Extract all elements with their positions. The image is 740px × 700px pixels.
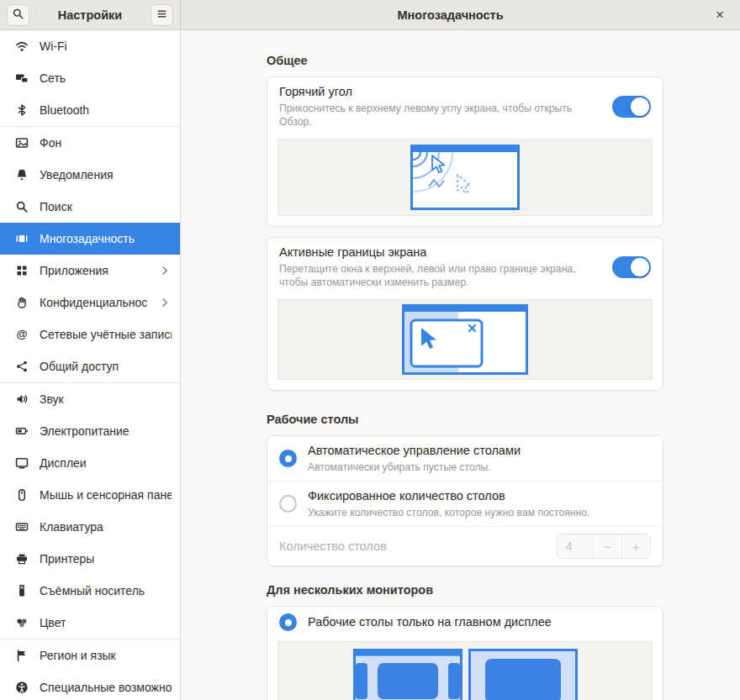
sidebar-item-mouse[interactable]: Мышь и сенсорная панель [0,479,180,511]
secondary-monitor-graphic [468,649,578,700]
chevron-right-icon [158,296,172,309]
apps-grid-icon [15,264,29,277]
at-icon: @ [15,328,29,341]
sidebar-item-keyboard[interactable]: Клавиатура [0,511,180,543]
sidebar-item-sound[interactable]: Звук [0,383,180,415]
sidebar-item-removable-media[interactable]: Съёмный носитель [0,575,180,607]
battery-icon [15,424,29,438]
chevron-right-icon [158,264,172,277]
primary-menu-button[interactable] [151,4,173,26]
sidebar-item-region-language[interactable]: Регион и язык [0,639,180,671]
sidebar-item-label: Звук [40,392,64,406]
picture-icon [15,136,29,150]
sidebar-header: Настройки [0,0,181,29]
sidebar-item-printers[interactable]: Принтеры [0,543,180,575]
magnifier-icon [15,200,29,213]
hot-corner-subtitle: Прикоснитесь к верхнему левому углу экра… [279,102,600,129]
fixed-workspaces-radio[interactable] [279,495,297,513]
color-circles-icon [15,616,29,629]
active-edges-card: Активные границы экрана Перетащите окна … [267,237,663,391]
sidebar-item-label: Wi-Fi [40,39,67,53]
multi-monitor-illustration [278,641,653,700]
hand-icon [15,296,29,309]
mouse-icon [15,488,29,502]
auto-workspaces-title: Автоматическое управление столами [308,443,639,459]
sidebar-item-search[interactable]: Поиск [0,191,180,223]
primary-display-option[interactable]: Рабочие столы только на главном дисплее [267,607,663,638]
sidebar-item-privacy[interactable]: Конфиденциальность [0,287,180,318]
workspace-count-spinner: 4 − + [557,534,651,559]
primary-monitor-graphic [353,649,462,700]
sidebar-item-applications[interactable]: Приложения [0,255,180,287]
sidebar-item-bluetooth[interactable]: Bluetooth [0,94,180,126]
accessibility-icon [15,681,29,694]
sidebar-item-label: Фон [40,136,61,150]
sidebar-item-label: Дисплеи [40,456,87,470]
sidebar-item-label: Электропитание [40,424,130,438]
multitasking-page: Общее Горячий угол Прикоснитесь к верхне… [181,30,740,700]
sidebar-item-accessibility[interactable]: Специальные возможности [0,671,180,700]
page-header: Многозадачность × [181,0,740,29]
sidebar-item-online-accounts[interactable]: @Сетевые учётные записи [0,318,180,350]
hot-corner-monitor-graphic [410,145,520,210]
sidebar-item-label: Конфиденциальность [40,296,147,309]
sidebar-item-label: Сетевые учётные записи [40,328,172,341]
primary-display-radio[interactable] [279,613,297,631]
flag-icon [15,649,29,662]
sidebar-item-displays[interactable]: Дисплеи [0,447,180,479]
close-icon[interactable]: × [710,5,730,25]
sidebar-item-notifications[interactable]: Уведомления [0,159,180,191]
section-title-workspaces: Рабочие столы [267,413,663,426]
sidebar-item-label: Цвет [40,616,66,629]
sidebar-item-label: Уведомления [40,168,114,182]
svg-text:@: @ [16,328,27,340]
display-icon [15,456,29,470]
auto-workspaces-option[interactable]: Автоматическое управление столами Автома… [267,436,663,481]
header-bar: Настройки Многозадачность × [0,0,740,30]
hamburger-icon [156,8,168,23]
decrement-button[interactable]: − [593,534,621,558]
page-title: Многозадачность [191,8,710,22]
bluetooth-icon [15,103,29,117]
fixed-workspaces-subtitle: Укажите количество столов, которое нужно… [308,506,639,519]
settings-window-title: Настройки [29,8,151,22]
auto-workspaces-radio[interactable] [279,450,297,467]
active-edges-illustration [278,299,653,380]
hot-corner-title: Горячий угол [279,84,600,100]
section-title-monitors: Для нескольких мониторов [267,583,663,597]
sidebar-item-background[interactable]: Фон [0,127,180,159]
sidebar-item-label: Съёмный носитель [40,584,145,597]
monitors-card: Рабочие столы только на главном дисплее [267,606,663,700]
increment-button[interactable]: + [621,534,650,558]
workspaces-card: Автоматическое управление столами Автома… [267,435,663,566]
wifi-icon [15,39,29,53]
sidebar-item-label: Клавиатура [40,520,103,534]
workspace-count-row: Количество столов 4 − + [267,527,663,566]
hot-corner-card: Горячий угол Прикоснитесь к верхнему лев… [267,76,663,227]
sidebar-item-label: Многозадачность [40,232,135,245]
sidebar-item-color[interactable]: Цвет [0,607,180,639]
bell-icon [15,168,29,182]
sidebar-item-power[interactable]: Электропитание [0,415,180,447]
network-icon [15,71,29,85]
sidebar-item-multitasking[interactable]: Многозадачность [0,223,180,255]
sidebar-item-label: Мышь и сенсорная панель [40,488,172,502]
active-edges-row: Активные границы экрана Перетащите окна … [267,238,663,296]
multitasking-icon [15,232,29,245]
sidebar-item-label: Общий доступ [40,360,119,373]
active-edges-toggle[interactable] [612,256,651,278]
hot-corner-toggle[interactable] [612,96,651,118]
sidebar-item-label: Регион и язык [40,649,116,662]
speaker-icon [15,392,29,406]
share-icon [15,360,29,373]
printer-icon [15,552,29,566]
sidebar-item-label: Приложения [40,264,108,277]
sidebar-item-network[interactable]: Сеть [0,62,180,94]
workspace-count-label: Количество столов [279,539,557,553]
fixed-workspaces-option[interactable]: Фиксированное количество столов Укажите … [267,482,663,526]
sidebar-item-wifi[interactable]: Wi-Fi [0,30,180,62]
sidebar-item-sharing[interactable]: Общий доступ [0,350,180,382]
active-edges-title: Активные границы экрана [279,245,600,261]
search-button[interactable] [7,4,29,26]
magnifier-icon [12,8,24,23]
